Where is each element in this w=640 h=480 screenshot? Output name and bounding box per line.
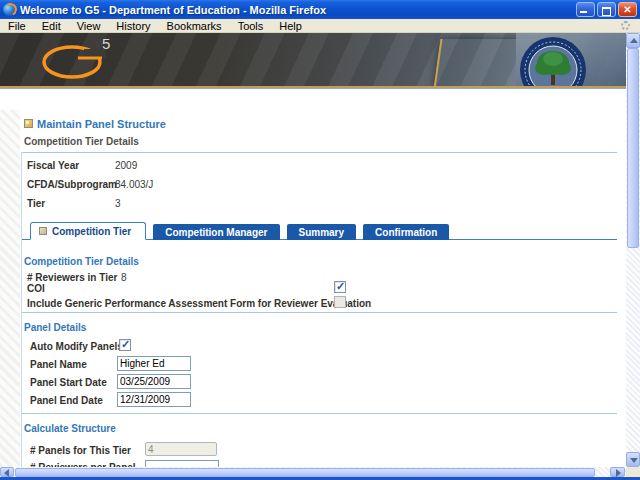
tier-value: 3	[115, 198, 121, 209]
nav-grant-setup[interactable]: Grant Setup	[82, 94, 145, 106]
nav-payments[interactable]: Payments	[298, 94, 350, 106]
menu-bar: File Edit View History Bookmarks Tools H…	[0, 19, 640, 33]
tab-confirmation[interactable]: Confirmation	[363, 224, 449, 240]
vertical-scroll-thumb[interactable]	[627, 48, 639, 248]
panel-section-heading: Panel Details	[24, 322, 86, 333]
g5-banner: 5 Empowering the grant community.	[0, 33, 626, 86]
fiscal-year-label: Fiscal Year	[27, 160, 79, 171]
panel-name-label: Panel Name	[30, 359, 87, 370]
window-title: Welcome to G5 - Department of Education …	[20, 4, 326, 16]
tab-competition-manager[interactable]: Competition Manager	[153, 224, 279, 240]
reviewers-in-tier-label: # Reviewers in Tier	[27, 272, 117, 283]
scroll-up-button[interactable]	[626, 33, 640, 48]
tier-section-heading: Competition Tier Details	[24, 256, 139, 267]
restore-button[interactable]	[597, 2, 616, 17]
minimize-button[interactable]	[576, 2, 595, 17]
window-controls	[576, 2, 637, 17]
auto-modify-label: Auto Modify Panels	[30, 341, 123, 352]
page-title-icon	[24, 119, 33, 128]
calc-section-heading: Calculate Structure	[24, 423, 116, 434]
nav-g5-admin[interactable]: G5 Admin	[377, 94, 429, 106]
coi-checkbox[interactable]	[334, 281, 346, 293]
page-title: Maintain Panel Structure	[37, 118, 166, 130]
menu-view[interactable]: View	[69, 19, 109, 33]
main-nav: Main Grant Setup Grant Maintenance Payme…	[0, 88, 626, 110]
generic-form-checkbox	[334, 296, 346, 308]
nav-logout[interactable]: Logout	[524, 94, 561, 106]
scroll-down-button[interactable]	[626, 452, 640, 467]
dept-of-education-seal	[518, 35, 588, 86]
nav-main[interactable]: Main	[30, 94, 55, 106]
tab-strip: Competition Tier Competition Manager Sum…	[30, 222, 449, 240]
menu-file[interactable]: File	[0, 19, 34, 33]
tier-label: Tier	[27, 198, 45, 209]
menu-history[interactable]: History	[108, 19, 158, 33]
menu-edit[interactable]: Edit	[34, 19, 69, 33]
menu-bookmarks[interactable]: Bookmarks	[159, 19, 230, 33]
panels-for-tier-input	[145, 442, 217, 456]
panels-for-tier-label: # Panels for This Tier	[30, 445, 131, 456]
g5-logo-icon	[40, 41, 110, 81]
tab-competition-tier[interactable]: Competition Tier	[30, 222, 146, 240]
cfda-subprogram-label: CFDA/Subprogram	[27, 179, 117, 190]
panel-end-date-label: Panel End Date	[30, 395, 103, 406]
panel-name-input[interactable]	[117, 356, 191, 371]
scroll-left-button[interactable]	[0, 467, 14, 477]
content-left-border	[21, 152, 22, 467]
separator	[22, 152, 617, 153]
coi-label: COI	[27, 283, 45, 294]
menu-help[interactable]: Help	[271, 19, 310, 33]
tab-icon	[39, 227, 47, 235]
panel-end-date-input[interactable]	[117, 392, 191, 407]
browser-window: Welcome to G5 - Department of Education …	[0, 0, 640, 480]
separator	[22, 312, 617, 313]
page-subtitle: Competition Tier Details	[24, 136, 139, 147]
reviewers-per-panel-input[interactable]	[145, 460, 219, 467]
scrollbar-corner	[626, 467, 640, 477]
cfda-subprogram-value: 84.003/J	[115, 179, 153, 190]
loading-throbber-icon	[621, 21, 630, 30]
panel-start-date-label: Panel Start Date	[30, 377, 107, 388]
tab-summary[interactable]: Summary	[287, 224, 357, 240]
left-stripe-decoration	[0, 110, 20, 467]
generic-form-label: Include Generic Performance Assessment F…	[27, 298, 371, 309]
horizontal-scroll-thumb[interactable]	[15, 468, 595, 477]
g5-logo-number: 5	[102, 35, 110, 52]
nav-grant-maintenance[interactable]: Grant Maintenance	[172, 94, 271, 106]
reviewers-in-tier-value: 8	[121, 272, 127, 283]
scroll-right-button[interactable]	[610, 467, 625, 477]
close-button[interactable]	[618, 2, 637, 17]
page-content: Maintain Panel Structure Competition Tie…	[0, 110, 626, 467]
nav-reports[interactable]: Reports	[456, 94, 498, 106]
separator	[22, 413, 617, 414]
title-bar: Welcome to G5 - Department of Education …	[0, 0, 640, 19]
firefox-icon	[3, 3, 16, 16]
panel-start-date-input[interactable]	[117, 374, 191, 389]
menu-tools[interactable]: Tools	[230, 19, 272, 33]
fiscal-year-value: 2009	[115, 160, 137, 171]
auto-modify-checkbox[interactable]	[119, 339, 131, 351]
tab-label: Competition Tier	[52, 226, 131, 237]
